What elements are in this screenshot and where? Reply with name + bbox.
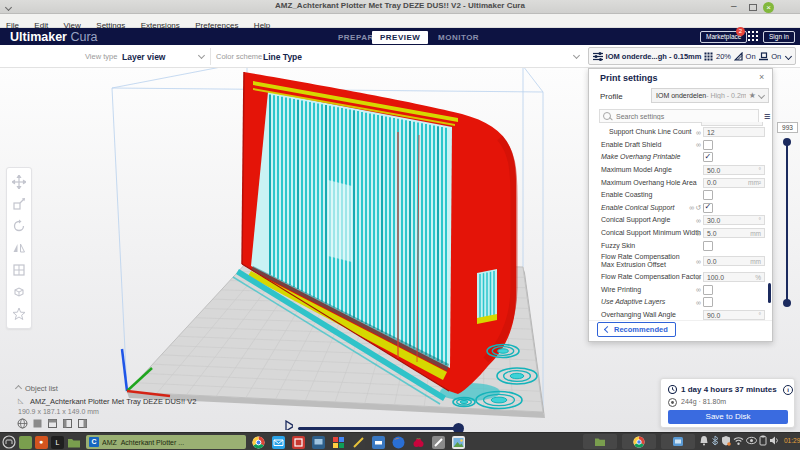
taskbar-active-window[interactable]: C AMZ_Achterkant Plotter ... [86, 435, 246, 449]
taskbar-window-chrome[interactable] [622, 434, 656, 449]
mirror-tool-icon[interactable] [7, 237, 31, 259]
tab-preview[interactable]: PREVIEW [372, 31, 428, 44]
bluetooth-icon[interactable] [711, 435, 719, 446]
view-right-icon[interactable] [77, 418, 88, 429]
color-scheme-dropdown[interactable]: Line Type [263, 52, 302, 62]
setting-value-field[interactable]: 0.0mm [703, 256, 765, 266]
setting-value-field[interactable]: 90.0° [703, 310, 765, 320]
setting-row[interactable]: Fuzzy Skin [589, 239, 772, 252]
setting-value-field[interactable]: 12 [703, 127, 765, 137]
setting-value-field[interactable]: 50.0° [703, 165, 765, 175]
profile-detail: - High - 0.2mm [706, 92, 746, 99]
setting-checkbox[interactable] [703, 140, 713, 150]
wifi-icon[interactable] [733, 435, 744, 446]
taskbar-window-files[interactable] [583, 434, 617, 449]
panel-close-icon[interactable]: × [759, 72, 764, 82]
start-menu-icon[interactable] [2, 435, 16, 449]
printer-config-bar[interactable]: IOM onderde...gh - 0.15mm 20% On On [588, 47, 796, 65]
title-bar[interactable]: AMZ_Achterkant Plotter Met Tray DEZE DUS… [0, 0, 800, 14]
screen-share-icon[interactable] [746, 435, 757, 446]
app-icon-blue[interactable] [372, 436, 385, 449]
play-button[interactable] [285, 420, 293, 430]
security-shield-icon[interactable] [721, 435, 731, 446]
setting-row[interactable]: Conical Support Angle∞30.0° [589, 214, 772, 227]
layer-slider-top-handle[interactable] [783, 138, 791, 146]
taskbar-window-app[interactable] [661, 434, 695, 449]
layer-slider-bottom-handle[interactable] [783, 299, 791, 307]
setting-row[interactable]: Maximum Overhang Hole Area0.0mm² [589, 176, 772, 189]
view-left-icon[interactable] [62, 418, 73, 429]
per-model-settings-icon[interactable] [7, 259, 31, 281]
view-top-icon[interactable] [47, 418, 58, 429]
info-icon[interactable]: i [783, 385, 793, 395]
setting-value-field[interactable]: 100.0% [703, 272, 765, 282]
infill-icon [704, 52, 713, 61]
clipboard-icon[interactable] [759, 435, 767, 446]
custom-supports-icon[interactable] [7, 303, 31, 325]
files-icon[interactable] [67, 436, 81, 449]
show-desktop-icon[interactable] [19, 436, 32, 449]
simulation-slider[interactable] [298, 427, 460, 430]
setting-checkbox[interactable] [703, 241, 713, 251]
setting-row[interactable]: Enable Draft Shield∞ [589, 139, 772, 152]
setting-row[interactable]: Maximum Model Angle50.0° [589, 164, 772, 177]
close-button[interactable]: × [763, 2, 774, 13]
scale-tool-icon[interactable] [7, 193, 31, 215]
raspberry-pi-icon[interactable] [412, 436, 425, 449]
setting-checkbox[interactable] [703, 152, 713, 162]
profile-dropdown[interactable]: IOM onderdelen - High - 0.2mm ★ [651, 88, 769, 103]
layer-slider-track[interactable] [786, 140, 788, 303]
photos-icon[interactable] [452, 436, 465, 449]
setting-row[interactable]: Conical Support Minimum Width∞5.0mm [589, 227, 772, 240]
setting-row[interactable]: Support Chunk Line Count∞12 [589, 126, 772, 139]
support-blocker-icon[interactable] [7, 281, 31, 303]
remote-desktop-icon[interactable] [312, 436, 325, 449]
settings-scrollbar[interactable] [768, 283, 771, 303]
rotate-tool-icon[interactable] [7, 215, 31, 237]
setting-row[interactable]: Flow Rate Compensation Factor∞100.0% [589, 271, 772, 284]
setting-row[interactable]: Make Overhang Printable [589, 151, 772, 164]
setting-checkbox[interactable] [703, 190, 713, 200]
setting-row[interactable]: Wire Printing∞ [589, 284, 772, 297]
sign-in-button[interactable]: Sign in [763, 31, 795, 43]
maximize-button[interactable] [749, 4, 757, 11]
favorite-star-icon[interactable]: ★ [749, 91, 756, 100]
setting-value-field[interactable]: 0.0mm² [703, 178, 765, 188]
notifications-icon[interactable] [699, 435, 709, 446]
save-to-disk-button[interactable]: Save to Disk [668, 410, 788, 424]
view-3d-icon[interactable] [17, 418, 28, 429]
launcher-icon-ubuntu[interactable]: ● [35, 436, 48, 449]
object-list-header[interactable]: Object list [16, 384, 58, 393]
setting-row[interactable]: Enable Conical Support∞↺ [589, 202, 772, 215]
editor-icon[interactable] [432, 436, 445, 449]
apps-grid-icon[interactable] [748, 31, 758, 41]
setting-value-field[interactable]: 30.0° [703, 215, 765, 225]
setting-value-field[interactable]: 5.0mm [703, 228, 765, 238]
object-list-item[interactable]: AMZ_Achterkant Plotter Met Tray DEZE DUS… [30, 397, 196, 406]
revert-icon[interactable]: ↺ [695, 204, 701, 212]
chrome-icon[interactable] [252, 436, 265, 449]
design-tools-icon[interactable] [352, 436, 365, 449]
tab-monitor[interactable]: MONITOR [430, 31, 487, 44]
setting-row[interactable]: Flow Rate Compensation Max Extrusion Off… [589, 252, 772, 271]
app-icon-red[interactable] [292, 436, 305, 449]
view-front-icon[interactable] [32, 418, 43, 429]
volume-icon[interactable] [769, 435, 780, 446]
move-tool-icon[interactable] [7, 171, 31, 193]
setting-checkbox[interactable] [703, 203, 713, 213]
app-grid-icon[interactable] [332, 436, 345, 449]
setting-checkbox[interactable] [703, 297, 713, 307]
launcher-icon-terminal[interactable]: L [51, 436, 64, 449]
material-estimate: 244g · 81.80m [681, 398, 726, 405]
minimize-button[interactable]: – [731, 0, 737, 11]
search-input[interactable] [614, 112, 748, 121]
view-type-dropdown[interactable]: Layer view [122, 52, 165, 62]
setting-checkbox[interactable] [703, 285, 713, 295]
print-settings-panel: Print settings × Profile IOM onderdelen … [588, 68, 773, 342]
mail-icon[interactable] [272, 436, 285, 449]
settings-menu-icon[interactable]: ≡ [764, 110, 770, 122]
setting-row[interactable]: Use Adaptive Layers∞ [589, 296, 772, 309]
recommended-button[interactable]: Recommended [597, 322, 676, 337]
firefox-icon[interactable] [392, 436, 405, 449]
setting-row[interactable]: Enable Coasting [589, 189, 772, 202]
